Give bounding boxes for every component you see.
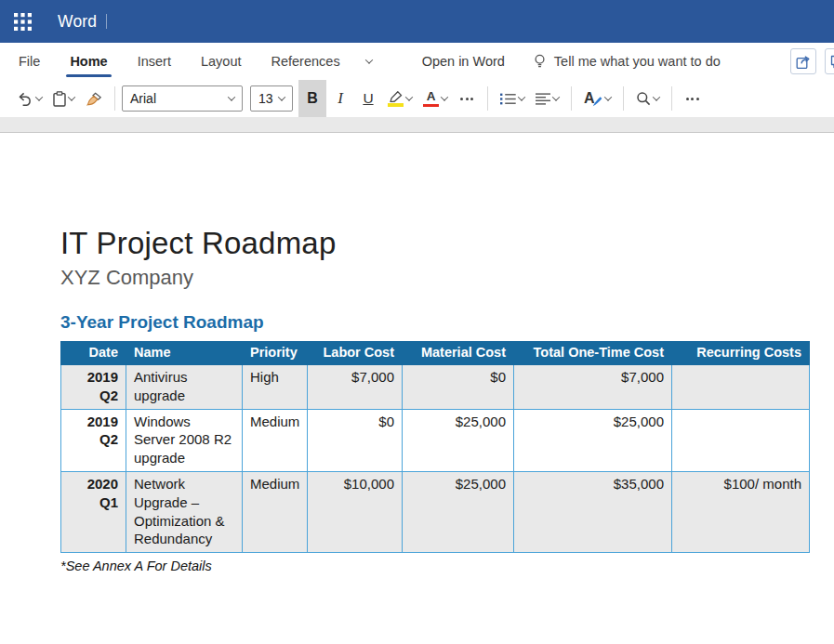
chevron-down-icon <box>68 93 75 100</box>
table-header-row: Date Name Priority Labor Cost Material C… <box>61 342 810 365</box>
app-launcher-button[interactable] <box>0 0 45 43</box>
roadmap-table: Date Name Priority Labor Cost Material C… <box>60 341 810 553</box>
open-in-word-button[interactable]: Open in Word <box>422 43 505 80</box>
chevron-down-icon <box>652 93 659 100</box>
cell-labor-cost: $7,000 <box>308 365 403 410</box>
lightbulb-icon <box>533 54 547 69</box>
font-name-value: Arial <box>130 91 156 106</box>
ribbon-tabs: File Home Insert Layout References <box>4 43 383 80</box>
tab-home[interactable]: Home <box>55 43 122 80</box>
cell-labor-cost: $10,000 <box>308 471 403 552</box>
underline-button[interactable]: U <box>354 80 382 117</box>
font-name-select[interactable]: Arial <box>122 85 243 112</box>
formatting-toolbar: Arial 13 B I U A <box>0 80 834 117</box>
toolbar-divider <box>487 86 488 111</box>
bold-button[interactable]: B <box>298 80 326 117</box>
cell-recurring-costs <box>672 365 810 410</box>
tab-home-label: Home <box>70 54 107 69</box>
chevron-down-icon <box>518 93 525 100</box>
underline-label: U <box>363 90 373 107</box>
cell-total-cost: $25,000 <box>514 409 672 471</box>
cell-material-cost: $25,000 <box>403 409 514 471</box>
chevron-down-icon <box>603 93 611 100</box>
alignment-button[interactable] <box>530 80 564 117</box>
bullet-list-icon <box>500 93 516 105</box>
italic-label: I <box>338 89 343 108</box>
tell-me-search[interactable]: Tell me what you want to do <box>533 43 721 80</box>
table-row: 2020 Q1 Network Upgrade – Optimization &… <box>61 471 810 552</box>
column-header-priority: Priority <box>243 342 308 365</box>
font-size-select[interactable]: 13 <box>250 85 293 112</box>
tab-references[interactable]: References <box>256 43 354 80</box>
document-title: IT Project Roadmap <box>60 226 834 261</box>
column-header-labor-cost: Labor Cost <box>308 342 403 365</box>
comment-icon <box>830 54 834 69</box>
cell-material-cost: $0 <box>403 365 514 410</box>
tab-layout-label: Layout <box>201 54 242 69</box>
undo-button[interactable] <box>11 80 47 117</box>
toolbar-divider <box>571 86 572 111</box>
document-subtitle: XYZ Company <box>60 266 834 290</box>
tab-insert[interactable]: Insert <box>123 43 186 80</box>
clipboard-icon <box>53 91 66 107</box>
bullet-list-button[interactable] <box>495 80 530 117</box>
paste-button[interactable] <box>47 80 80 117</box>
tab-file[interactable]: File <box>4 43 55 80</box>
more-options-icon <box>686 98 699 100</box>
italic-button[interactable]: I <box>326 80 354 117</box>
tab-layout[interactable]: Layout <box>186 43 257 80</box>
cell-priority: Medium <box>243 471 308 552</box>
more-options-icon <box>460 98 473 100</box>
tab-references-label: References <box>271 54 339 69</box>
cell-priority: High <box>243 365 308 410</box>
cell-recurring-costs <box>672 409 810 471</box>
cell-labor-cost: $0 <box>308 409 403 471</box>
cell-material-cost: $25,000 <box>403 471 514 552</box>
highlighter-icon <box>388 91 404 107</box>
share-button[interactable] <box>790 48 816 74</box>
tab-file-label: File <box>19 54 40 69</box>
undo-icon <box>17 92 33 106</box>
table-row: 2019 Q2 Windows Server 2008 R2 upgrade M… <box>61 409 810 471</box>
toolbar-overflow-button[interactable] <box>679 80 707 117</box>
comments-button[interactable] <box>825 48 834 74</box>
app-launcher-grid-icon <box>14 13 32 31</box>
toolbar-divider <box>671 86 672 111</box>
cell-name: Windows Server 2008 R2 upgrade <box>126 409 243 471</box>
topbar-divider <box>106 14 107 29</box>
column-header-total-cost: Total One-Time Cost <box>514 342 672 365</box>
cell-date: 2019 Q2 <box>61 409 126 471</box>
ribbon-tab-bar: File Home Insert Layout References Open … <box>0 43 834 80</box>
toolbar-divider <box>623 86 624 111</box>
ribbon-corner-actions <box>790 43 834 80</box>
ribbon-tabs-overflow-button[interactable] <box>355 43 383 80</box>
section-heading: 3-Year Project Roadmap <box>60 312 834 333</box>
bold-label: B <box>307 90 318 107</box>
find-button[interactable] <box>630 80 665 117</box>
app-topbar: Word <box>0 0 834 43</box>
styles-icon: A <box>584 90 602 107</box>
cell-date: 2019 Q2 <box>61 365 126 410</box>
highlight-button[interactable] <box>382 80 417 117</box>
chevron-down-icon <box>405 93 413 100</box>
brush-icon <box>592 96 602 107</box>
chevron-down-icon <box>228 93 235 100</box>
format-painter-button[interactable] <box>80 80 108 117</box>
font-color-button[interactable]: A <box>417 80 453 117</box>
chevron-down-icon <box>552 93 560 100</box>
document-canvas[interactable]: IT Project Roadmap XYZ Company 3-Year Pr… <box>0 133 834 573</box>
tell-me-label: Tell me what you want to do <box>554 54 721 69</box>
format-painter-icon <box>86 92 102 106</box>
font-more-options-button[interactable] <box>453 80 481 117</box>
share-icon <box>796 54 812 70</box>
chevron-down-icon <box>278 93 285 100</box>
chevron-down-icon <box>364 56 372 63</box>
font-size-value: 13 <box>258 91 273 106</box>
styles-button[interactable]: A <box>578 80 616 117</box>
cell-name: Antivirus upgrade <box>126 365 243 410</box>
toolbar-divider <box>114 86 115 111</box>
app-title: Word <box>58 12 97 32</box>
footnote: *See Annex A For Details <box>60 559 834 573</box>
column-header-recurring-costs: Recurring Costs <box>672 342 810 365</box>
align-icon <box>536 93 550 105</box>
